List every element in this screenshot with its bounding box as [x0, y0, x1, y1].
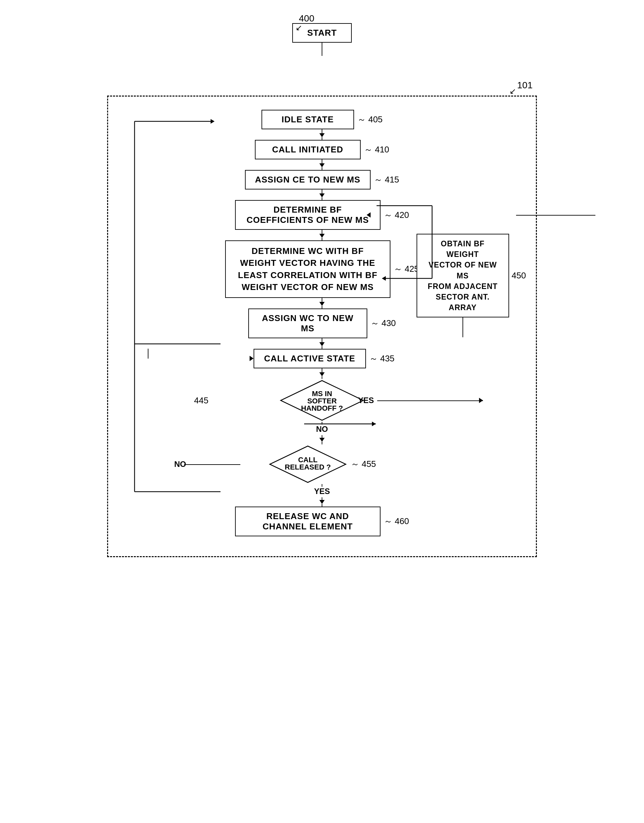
obtain-bf-up-line: [463, 318, 463, 337]
conn2: [322, 160, 322, 163]
determine-wc-box: DETERMINE WC WITH BFWEIGHT VECTOR HAVING…: [225, 240, 390, 298]
conn9c: [322, 504, 322, 507]
conn7: [322, 369, 322, 372]
diagram-ref-arrow: ↙: [296, 23, 302, 32]
outer-box-ref-101: 101: [517, 80, 533, 91]
call-initiated-box: CALL INITIATED: [255, 140, 361, 160]
conn3b: [322, 197, 322, 200]
obtain-bf-section: OBTAIN BF WEIGHTVECTOR OF NEW MSFROM ADJ…: [417, 234, 526, 337]
conn6b: [322, 346, 322, 349]
call-active-ref: ～ 435: [369, 353, 395, 364]
outer-box-ref-arrow: ↙: [509, 87, 516, 96]
start-to-outer-connector: [322, 43, 322, 56]
arrow4: [319, 234, 325, 238]
assign-ce-row: ASSIGN CE TO NEW MS ～ 415: [245, 170, 399, 189]
yes-arrow-softer: [479, 398, 483, 403]
conn3: [322, 189, 322, 193]
arrow9: [319, 500, 325, 504]
conn5: [322, 298, 322, 302]
determine-wc-ref: ～ 425: [394, 263, 419, 275]
yes-label-released: YES: [314, 487, 330, 496]
determine-bf-ref: ～ 420: [384, 209, 409, 221]
arrow5: [319, 302, 325, 306]
determine-bf-row: DETERMINE BF COEFFICIENTS OF NEW MS ～ 42…: [128, 200, 516, 230]
conn9: [322, 484, 322, 487]
arrow2: [319, 163, 325, 167]
arrow1: [319, 133, 325, 137]
release-wc-ref: ～ 460: [384, 516, 409, 527]
call-active-row: CALL ACTIVE STATE ～ 435: [128, 349, 516, 369]
obtain-bf-box: OBTAIN BF WEIGHTVECTOR OF NEW MSFROM ADJ…: [417, 234, 509, 318]
assign-wc-row: ASSIGN WC TO NEW MS ～ 430: [248, 309, 396, 338]
diagram-container: 400 ↙ START 101 ↙: [90, 13, 554, 557]
arrow3: [319, 193, 325, 197]
conn1b: [322, 137, 322, 140]
yes-line-softer: [377, 401, 483, 401]
conn1: [322, 129, 322, 133]
conn5b: [322, 306, 322, 309]
left-loop-arrow: [250, 356, 254, 361]
left-loop-entry: [148, 349, 149, 359]
call-active-box: CALL ACTIVE STATE: [254, 349, 366, 369]
conn8c: [322, 442, 322, 444]
call-released-diamond-svg: CALL RELEASED ?: [268, 444, 348, 484]
release-wc-box: RELEASE WC ANDCHANNEL ELEMENT: [235, 507, 380, 536]
assign-ce-box: ASSIGN CE TO NEW MS: [245, 170, 371, 189]
idle-state-box: IDLE STATE: [262, 110, 354, 129]
feedback-arrow-tip: [366, 212, 371, 218]
conn2b: [322, 167, 322, 170]
diagram-ref-400: 400: [299, 13, 314, 24]
svg-text:RELEASED ?: RELEASED ?: [285, 463, 331, 471]
assign-ce-ref: ～ 415: [374, 174, 399, 186]
obtain-bf-ref: 450: [512, 270, 526, 281]
call-initiated-row: CALL INITIATED ～ 410: [255, 140, 389, 160]
main-flow: IDLE STATE ～ 405 CALL INITIATED ～ 410: [128, 110, 516, 536]
assign-wc-box: ASSIGN WC TO NEW MS: [248, 309, 367, 338]
ms-softer-section: 445 MS IN SOFTER HANDOFF ? YES: [128, 379, 516, 422]
determine-wc-section: DETERMINE WC WITH BFWEIGHT VECTOR HAVING…: [128, 240, 516, 298]
assign-wc-ref: ～ 430: [371, 318, 396, 329]
determine-bf-box: DETERMINE BF COEFFICIENTS OF NEW MS: [235, 200, 380, 230]
conn7b: [322, 376, 322, 379]
conn8: [322, 422, 322, 425]
ms-softer-ref-label: 445: [194, 395, 208, 405]
arrow6: [319, 342, 325, 346]
call-initiated-ref: ～ 410: [364, 144, 389, 155]
call-released-ref: ～ 455: [351, 458, 376, 470]
ms-softer-diamond-svg: MS IN SOFTER HANDOFF ?: [279, 379, 365, 422]
idle-state-ref: ～ 405: [357, 114, 383, 125]
release-wc-row: RELEASE WC ANDCHANNEL ELEMENT ～ 460: [235, 507, 409, 536]
feedback-line-h: [516, 215, 595, 216]
conn6: [322, 338, 322, 342]
conn4: [322, 230, 322, 234]
svg-text:HANDOFF ?: HANDOFF ?: [301, 404, 343, 412]
idle-state-row: IDLE STATE ～ 405: [262, 110, 383, 129]
yes-label-softer: YES: [358, 396, 374, 405]
arrow8: [319, 438, 325, 442]
conn4b: [322, 238, 322, 240]
call-released-section: NO CALL RELEASED ? ～ 455: [128, 444, 516, 484]
no-line-released: [184, 464, 240, 465]
conn9b: [322, 497, 322, 500]
outer-dashed-box: 101 ↙ IDLE STATE ～ 405: [107, 95, 537, 557]
arrow7: [319, 372, 325, 376]
no-label-softer: NO: [316, 425, 328, 434]
conn8b: [322, 435, 322, 438]
